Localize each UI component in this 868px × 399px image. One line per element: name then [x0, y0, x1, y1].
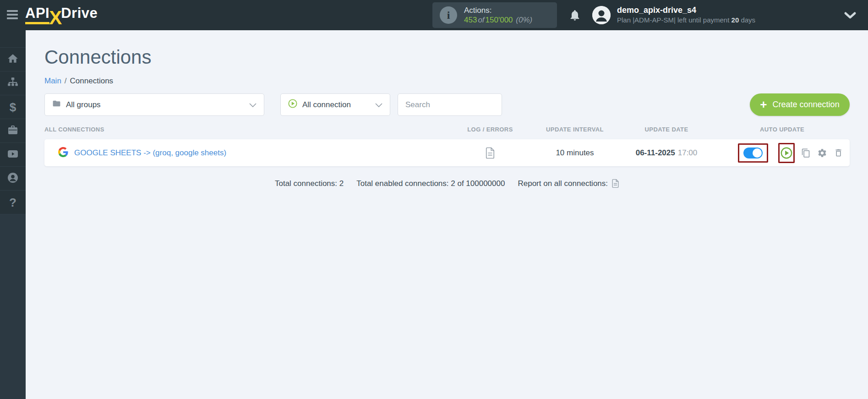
user-avatar[interactable]: [592, 6, 611, 24]
sidebar-filler: [0, 214, 26, 399]
connection-name-link[interactable]: GOOGLE SHEETS -> (groq, google sheets): [74, 148, 226, 158]
sidebar-item-youtube[interactable]: [0, 142, 26, 166]
log-file-icon[interactable]: [485, 147, 495, 159]
total-connections: Total connections: 2: [275, 179, 344, 188]
plus-icon: +: [760, 98, 767, 110]
table-header-row: ALL CONNECTIONS LOG / ERRORS UPDATE INTE…: [44, 126, 850, 133]
breadcrumb: Main/Connections: [44, 76, 850, 86]
user-info[interactable]: demo_apix-drive_s4 Plan |ADM-AP-SM| left…: [617, 5, 755, 25]
sidebar-nav: $ ?: [0, 30, 26, 399]
actions-usage: 453of150'000 (0%): [464, 15, 533, 25]
create-connection-label: Create connection: [773, 100, 840, 109]
connection-row: GOOGLE SHEETS -> (groq, google sheets) 1…: [44, 139, 850, 166]
copy-connection-icon[interactable]: [801, 148, 811, 159]
page-title: Connections: [44, 46, 850, 69]
actions-percent: (0%): [516, 16, 532, 24]
sidebar-item-services[interactable]: [0, 119, 26, 142]
date-value: 06-11-2025: [636, 148, 675, 158]
actions-of: of: [478, 16, 484, 24]
sitemap-icon: [7, 77, 19, 90]
totals-bar: Total connections: 2 Total enabled conne…: [44, 179, 850, 188]
chevron-down-icon: [249, 100, 257, 109]
breadcrumb-main-link[interactable]: Main: [44, 77, 61, 85]
user-name: demo_apix-drive_s4: [617, 5, 755, 16]
apixdrive-logo[interactable]: API X Drive: [25, 5, 98, 24]
col-all-connections: ALL CONNECTIONS: [44, 126, 449, 133]
connection-filter-dropdown[interactable]: All connection: [280, 93, 390, 116]
report-file-icon[interactable]: [611, 179, 619, 188]
chevron-down-icon: [375, 100, 382, 109]
auto-update-annotation-box: [738, 143, 768, 163]
actions-total: 150'000: [486, 16, 513, 24]
logo-api: API: [25, 5, 49, 24]
days-left-value: 20: [732, 16, 739, 24]
sidebar-item-help[interactable]: ?: [0, 190, 26, 214]
actions-used: 453: [464, 16, 477, 24]
notifications-bell-icon[interactable]: [568, 8, 581, 22]
col-update-date: UPDATE DATE: [618, 126, 715, 133]
youtube-icon: [7, 150, 18, 160]
col-update-interval: UPDATE INTERVAL: [531, 126, 618, 133]
account-chevron-down-icon[interactable]: [844, 11, 857, 22]
home-icon: [7, 53, 19, 66]
breadcrumb-separator: /: [65, 77, 67, 85]
groups-filter-value: All groups: [66, 100, 249, 109]
run-annotation-box: [778, 143, 795, 163]
logo-drive: Drive: [61, 5, 98, 24]
filter-row: All groups All connection + Create conne…: [44, 93, 850, 116]
update-date-value: 06-11-2025 17:00: [618, 148, 715, 158]
report-label: Report on all connections:: [518, 179, 608, 188]
sidebar-item-billing[interactable]: $: [0, 95, 26, 119]
info-icon: i: [440, 6, 457, 24]
connection-filter-value: All connection: [302, 100, 375, 109]
breadcrumb-current: Connections: [70, 77, 114, 85]
run-connection-play-icon[interactable]: [781, 147, 792, 159]
create-connection-button[interactable]: + Create connection: [750, 93, 850, 116]
hamburger-menu-icon[interactable]: [7, 10, 18, 20]
auto-update-toggle[interactable]: [743, 148, 763, 159]
sidebar-item-home[interactable]: [0, 47, 26, 71]
actions-label: Actions:: [464, 5, 533, 15]
dollar-icon: $: [10, 101, 16, 113]
update-interval-value: 10 minutes: [531, 148, 618, 158]
google-logo-icon: [58, 147, 68, 159]
play-circle-icon: [288, 99, 297, 110]
sidebar-item-profile[interactable]: [0, 166, 26, 190]
col-auto-update: AUTO UPDATE: [715, 126, 850, 133]
delete-trash-icon[interactable]: [834, 148, 843, 158]
col-log-errors: LOG / ERRORS: [449, 126, 531, 133]
briefcase-icon: [7, 125, 18, 137]
sidebar-item-connections[interactable]: [0, 71, 26, 95]
top-bar: API X Drive i Actions: 453of150'000 (0%)…: [0, 0, 868, 30]
total-enabled: Total enabled connections: 2 of 10000000…: [356, 179, 505, 188]
groups-filter-dropdown[interactable]: All groups: [44, 93, 264, 116]
search-input[interactable]: [398, 93, 502, 116]
folder-icon: [52, 100, 61, 109]
profile-icon: [7, 172, 19, 186]
main-content: Connections Main/Connections All groups …: [26, 30, 868, 399]
actions-counter[interactable]: i Actions: 453of150'000 (0%): [432, 2, 557, 28]
time-value: 17:00: [678, 148, 698, 158]
question-icon: ?: [9, 197, 16, 208]
settings-gear-icon[interactable]: [817, 148, 827, 158]
user-plan: Plan |ADM-AP-SM| left until payment 20 d…: [617, 16, 755, 25]
logo-x: X: [49, 10, 62, 26]
